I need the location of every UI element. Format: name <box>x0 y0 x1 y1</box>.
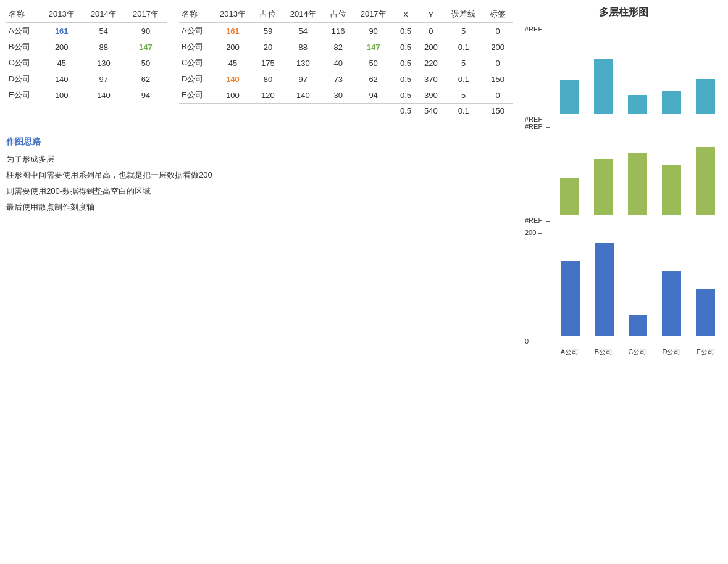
table-row: E公司 100 140 94 <box>6 87 167 103</box>
detail-cell-y: 220 <box>417 55 444 71</box>
detail-cell-v3: 97 <box>283 71 324 87</box>
detail-cell-y: 370 <box>417 71 444 87</box>
bar <box>662 165 681 215</box>
bar <box>629 315 648 336</box>
col-header-2013: 2013年 <box>41 6 83 23</box>
bar-group <box>688 79 722 114</box>
detailed-data-table: 名称 2013年 占位 2014年 占位 2017年 X Y 误差线 标签 <box>179 6 513 118</box>
detail-cell-name: D公司 <box>179 71 212 87</box>
cell-name: D公司 <box>6 71 41 87</box>
cell-2017: 50 <box>125 55 167 71</box>
blue-bars-section: 200 – 0 <box>525 229 722 345</box>
blue-bars-row <box>553 238 722 336</box>
table-section: 名称 2013年 2014年 2017年 A公司 161 54 90 B公司 2… <box>6 6 513 118</box>
bar-group <box>587 159 621 215</box>
total-row: 0.5 540 0.1 150 <box>179 104 513 118</box>
detail-cell-y: 0 <box>417 23 444 39</box>
right-panel: 多层柱形图 #REF! – #REF! – #REF! – #REF! – 20… <box>519 6 722 357</box>
detail-col-err: 误差线 <box>444 6 483 23</box>
detail-cell-tag: 0 <box>483 55 513 71</box>
detail-cell-v3: 88 <box>283 39 324 55</box>
bar <box>696 147 715 215</box>
detail-cell-v5: 90 <box>353 23 394 39</box>
bar-group <box>553 178 587 215</box>
detail-cell-name: E公司 <box>179 87 212 104</box>
cell-2014: 130 <box>83 55 125 71</box>
notes-items: 为了形成多层柱形图中间需要使用系列吊高，也就是把一层数据看做200则需要使用20… <box>6 154 513 213</box>
detail-cell-v4: 116 <box>324 23 353 39</box>
detail-cell-tag: 150 <box>483 71 513 87</box>
detail-cell-v1: 45 <box>212 55 253 71</box>
bar <box>594 159 613 215</box>
detail-cell-v4: 82 <box>324 39 353 55</box>
bar-group <box>587 59 621 114</box>
detail-cell-name: C公司 <box>179 55 212 71</box>
detail-cell-y: 390 <box>417 87 444 104</box>
detail-cell-v3: 54 <box>283 23 324 39</box>
cell-name: E公司 <box>6 87 41 103</box>
detail-cell-name: A公司 <box>179 23 212 39</box>
detail-cell-v2: 59 <box>253 23 283 39</box>
bar <box>628 153 647 215</box>
x-axis-label: E公司 <box>688 347 722 357</box>
bar <box>594 59 613 114</box>
detail-cell-tag: 0 <box>483 23 513 39</box>
detail-cell-v2: 175 <box>253 55 283 71</box>
bar <box>696 289 715 336</box>
cell-2013: 140 <box>41 71 83 87</box>
note-item: 则需要使用200-数据得到垫高空白的区域 <box>6 186 513 197</box>
cell-2014: 140 <box>83 87 125 103</box>
note-item: 为了形成多层 <box>6 154 513 165</box>
col-header-2017: 2017年 <box>125 6 167 23</box>
col-header-2014: 2014年 <box>83 6 125 23</box>
detail-cell-v1: 100 <box>212 87 253 104</box>
detail-cell-x: 0.5 <box>394 55 418 71</box>
detail-cell-err: 5 <box>444 23 483 39</box>
bar-group <box>553 261 587 336</box>
detail-cell-v1: 200 <box>212 39 253 55</box>
detail-cell-err: 0.1 <box>444 71 483 87</box>
table-row: C公司 45 130 50 <box>6 55 167 71</box>
detail-cell-x: 0.5 <box>394 87 418 104</box>
detail-cell-v3: 140 <box>283 87 324 104</box>
cell-2017: 94 <box>125 87 167 103</box>
y-200-label: 200 – <box>525 229 722 236</box>
detail-col-zhanwei2: 占位 <box>324 6 353 23</box>
bar <box>595 243 614 336</box>
left-panel: 名称 2013年 2014年 2017年 A公司 161 54 90 B公司 2… <box>6 6 513 357</box>
note-item: 柱形图中间需要使用系列吊高，也就是把一层数据看做200 <box>6 170 513 181</box>
notes-title: 作图思路 <box>6 136 513 147</box>
detail-cell-err: 5 <box>444 55 483 71</box>
cell-2014: 97 <box>83 71 125 87</box>
detail-cell-v5: 62 <box>353 71 394 87</box>
cell-2013: 161 <box>41 23 83 39</box>
cell-2013: 45 <box>41 55 83 71</box>
detail-cell-v2: 80 <box>253 71 283 87</box>
cell-name: A公司 <box>6 23 41 39</box>
detail-table-row: C公司 45 175 130 40 50 0.5 220 5 0 <box>179 55 513 71</box>
note-item: 最后使用散点制作刻度轴 <box>6 202 513 213</box>
detail-col-zhanwei1: 占位 <box>253 6 283 23</box>
x-axis-label: D公司 <box>655 347 688 357</box>
detail-col-x: X <box>394 6 418 23</box>
detail-cell-v4: 30 <box>324 87 353 104</box>
detail-col-2017: 2017年 <box>353 6 394 23</box>
bar-group <box>621 153 655 215</box>
chart-title: 多层柱形图 <box>525 6 722 19</box>
detail-cell-x: 0.5 <box>394 39 418 55</box>
simple-data-table: 名称 2013年 2014年 2017年 A公司 161 54 90 B公司 2… <box>6 6 167 103</box>
table-row: D公司 140 97 62 <box>6 71 167 87</box>
cell-2017: 147 <box>125 39 167 55</box>
detail-cell-name: B公司 <box>179 39 212 55</box>
ref-label-2: #REF! – <box>525 115 722 123</box>
detail-cell-err: 5 <box>444 87 483 104</box>
bar-group <box>655 165 688 215</box>
cell-2013: 200 <box>41 39 83 55</box>
detail-table-row: A公司 161 59 54 116 90 0.5 0 5 0 <box>179 23 513 39</box>
bar-group <box>688 147 722 215</box>
cell-2014: 54 <box>83 23 125 39</box>
detail-col-y: Y <box>417 6 444 23</box>
col-header-name: 名称 <box>6 6 41 23</box>
ref-label-4: #REF! – <box>525 217 722 224</box>
teal-bars-row <box>553 34 722 114</box>
